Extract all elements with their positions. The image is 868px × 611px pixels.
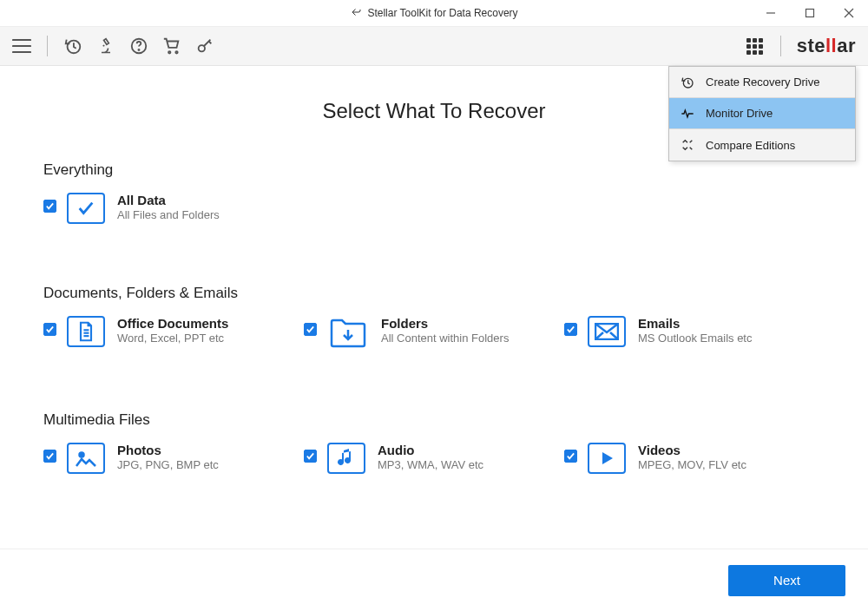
checkbox[interactable] — [564, 450, 577, 463]
menu-create-recovery-drive[interactable]: Create Recovery Drive — [669, 67, 855, 98]
folder-icon — [327, 316, 369, 351]
item-subtitle: MS Outlook Emails etc — [638, 332, 753, 345]
item-subtitle: MP3, WMA, WAV etc — [378, 458, 483, 471]
svg-rect-1 — [806, 10, 813, 17]
item-title: Videos — [638, 443, 746, 457]
checkbox[interactable] — [43, 200, 56, 213]
back-arrow-icon — [350, 7, 362, 20]
menu-compare-editions[interactable]: Compare Editions — [669, 129, 855, 161]
svg-point-12 — [199, 45, 205, 51]
section-documents: Documents, Folders & Emails Office Docum… — [43, 285, 825, 351]
history-icon[interactable] — [63, 36, 82, 56]
maximize-button[interactable] — [790, 0, 829, 26]
cart-icon[interactable] — [162, 36, 181, 56]
window-title: Stellar ToolKit for Data Recovery — [367, 7, 517, 19]
svg-point-9 — [138, 49, 139, 50]
play-icon — [588, 443, 626, 474]
section-header: Everything — [43, 161, 825, 179]
svg-point-11 — [175, 51, 177, 53]
clock-icon — [680, 76, 695, 89]
key-icon[interactable] — [195, 36, 214, 56]
hamburger-menu-icon[interactable] — [12, 36, 31, 56]
apps-dropdown-menu: Create Recovery Drive Monitor Drive Comp… — [668, 66, 856, 161]
toolbar-left — [12, 36, 214, 56]
checkbox[interactable] — [304, 450, 317, 463]
item-title: All Data — [117, 193, 220, 207]
close-button[interactable] — [829, 0, 868, 26]
item-audio[interactable]: Audio MP3, WMA, WAV etc — [304, 443, 564, 474]
item-title: Audio — [378, 443, 483, 457]
window-title-wrap: Stellar ToolKit for Data Recovery — [350, 7, 517, 20]
section-multimedia: Multimedia Files Photos JPG, PNG, BMP et… — [43, 411, 825, 474]
menu-item-label: Monitor Drive — [706, 107, 773, 120]
mail-icon — [588, 316, 626, 347]
section-everything: Everything All Data All Files and Folder… — [43, 161, 825, 224]
item-title: Office Documents — [117, 316, 228, 331]
svg-marker-19 — [602, 452, 613, 464]
document-icon — [67, 316, 105, 347]
checkbox[interactable] — [304, 323, 317, 336]
section-header: Multimedia Files — [43, 411, 825, 429]
toolbar-right: stellar — [746, 35, 856, 57]
checkbox[interactable] — [43, 450, 56, 463]
item-subtitle: JPG, PNG, BMP etc — [117, 458, 219, 471]
help-icon[interactable] — [129, 36, 148, 56]
svg-point-10 — [168, 51, 170, 53]
pulse-icon — [680, 107, 695, 121]
menu-item-label: Create Recovery Drive — [706, 76, 820, 89]
music-icon — [327, 443, 365, 474]
next-button[interactable]: Next — [728, 565, 845, 596]
item-office-documents[interactable]: Office Documents Word, Excel, PPT etc — [43, 316, 304, 351]
check-icon — [67, 193, 105, 224]
toolbar-separator — [780, 36, 781, 56]
title-bar: Stellar ToolKit for Data Recovery — [0, 0, 868, 26]
item-photos[interactable]: Photos JPG, PNG, BMP etc — [43, 443, 304, 474]
apps-grid-icon[interactable] — [746, 36, 765, 56]
item-subtitle: MPEG, MOV, FLV etc — [638, 458, 746, 471]
menu-item-label: Compare Editions — [706, 139, 795, 152]
window-controls — [751, 0, 868, 26]
item-title: Folders — [381, 316, 509, 331]
menu-monitor-drive[interactable]: Monitor Drive — [669, 98, 855, 129]
item-subtitle: All Content within Folders — [381, 332, 509, 345]
checkbox[interactable] — [564, 323, 577, 336]
item-emails[interactable]: Emails MS Outlook Emails etc — [564, 316, 825, 351]
minimize-button[interactable] — [751, 0, 790, 26]
item-folders[interactable]: Folders All Content within Folders — [304, 316, 564, 351]
checkbox[interactable] — [43, 323, 56, 336]
item-subtitle: Word, Excel, PPT etc — [117, 332, 228, 345]
image-icon — [67, 443, 105, 474]
svg-point-18 — [80, 453, 84, 457]
toolbar-separator — [47, 36, 48, 56]
brand-logo: stellar — [797, 35, 856, 57]
item-subtitle: All Files and Folders — [117, 208, 220, 221]
footer: Next — [0, 549, 868, 611]
item-title: Emails — [638, 316, 753, 331]
compare-icon — [680, 138, 695, 152]
item-all-data[interactable]: All Data All Files and Folders — [43, 193, 304, 224]
toolbar: stellar — [0, 26, 868, 66]
microscope-icon[interactable] — [96, 36, 115, 56]
section-header: Documents, Folders & Emails — [43, 285, 825, 302]
item-videos[interactable]: Videos MPEG, MOV, FLV etc — [564, 443, 825, 474]
item-title: Photos — [117, 443, 219, 457]
